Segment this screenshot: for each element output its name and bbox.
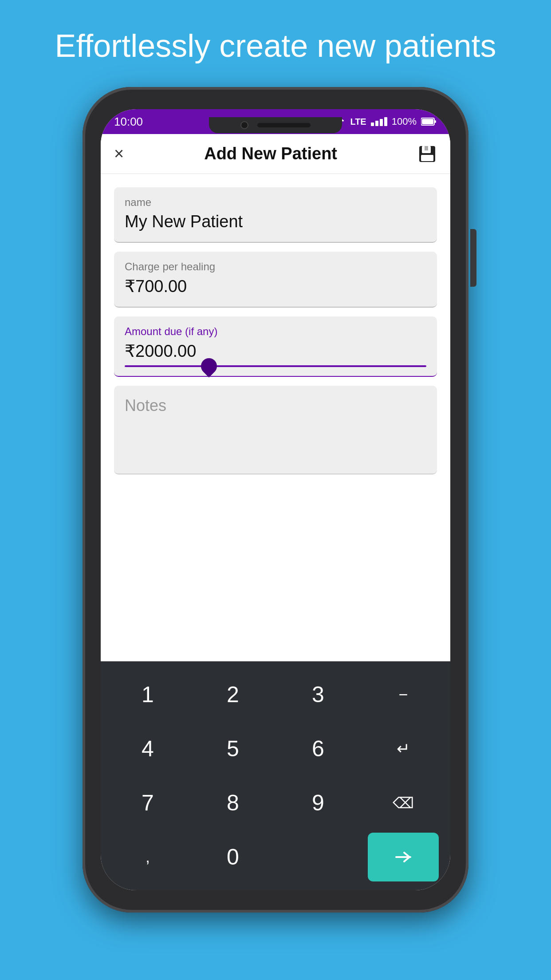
key-9[interactable]: 9 [283,778,354,827]
svg-rect-1 [422,119,433,124]
page-title: Add New Patient [204,144,337,163]
key-7[interactable]: 7 [112,778,183,827]
speaker-bar [257,123,311,127]
close-button[interactable]: × [114,144,124,163]
keyboard-row-1: 1 2 3 − [105,670,446,719]
charge-value: ₹700.00 [125,277,426,296]
key-6[interactable]: 6 [283,724,354,773]
lte-label: LTE [350,117,366,127]
battery-icon [421,117,437,126]
svg-rect-5 [425,146,428,150]
key-comma[interactable]: , [112,833,183,881]
key-2[interactable]: 2 [197,670,268,719]
notes-placeholder: Notes [125,396,166,415]
notes-field[interactable]: Notes [114,386,437,474]
charge-field[interactable]: Charge per healing ₹700.00 [114,252,437,308]
key-4[interactable]: 4 [112,724,183,773]
key-1[interactable]: 1 [112,670,183,719]
name-value: My New Patient [125,212,426,231]
key-backspace[interactable]: ⌫ [368,778,439,827]
phone-screen: 10:00 LTE 100% [101,109,450,890]
svg-rect-6 [421,155,433,161]
key-return[interactable]: ↵ [368,724,439,773]
save-button[interactable] [417,144,437,164]
battery-text: 100% [392,116,417,127]
key-5[interactable]: 5 [197,724,268,773]
signal-icon [371,117,387,126]
charge-label: Charge per healing [125,261,426,273]
hero-title: Effortlessly create new patients [55,27,496,65]
form-area: name My New Patient Charge per healing ₹… [101,174,450,661]
svg-rect-2 [434,120,436,123]
name-label: name [125,196,426,209]
key-0[interactable]: 0 [197,833,268,881]
amount-due-field[interactable]: Amount due (if any) ₹2000.00 [114,316,437,377]
amount-slider-container [125,361,426,376]
key-3[interactable]: 3 [283,670,354,719]
amount-label: Amount due (if any) [125,325,426,338]
status-icons: LTE 100% [332,116,437,127]
slider-track[interactable] [125,365,426,367]
key-minus[interactable]: − [368,670,439,719]
phone-shell: 10:00 LTE 100% [83,87,468,913]
keyboard-row-4: , 0 [105,833,446,881]
keyboard-row-2: 4 5 6 ↵ [105,724,446,773]
phone-notch [209,117,342,133]
status-time: 10:00 [114,115,143,129]
app-header: × Add New Patient [101,134,450,174]
amount-value: ₹2000.00 [125,341,426,361]
camera-dot [240,121,248,129]
key-8[interactable]: 8 [197,778,268,827]
key-enter[interactable] [368,833,439,881]
keyboard-row-3: 7 8 9 ⌫ [105,778,446,827]
name-field[interactable]: name My New Patient [114,187,437,243]
keyboard: 1 2 3 − 4 5 6 ↵ 7 8 9 ⌫ , 0 [101,661,450,890]
